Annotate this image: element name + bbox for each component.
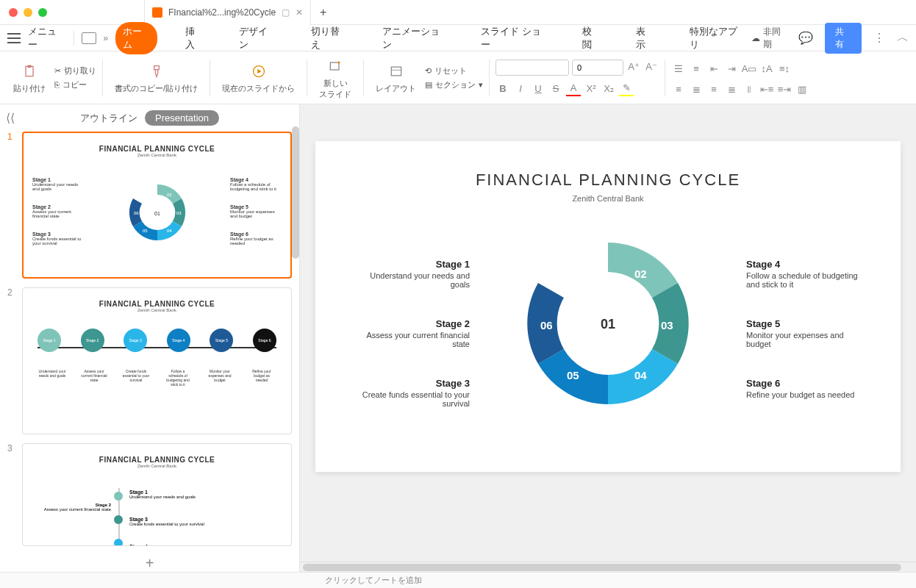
reset-icon: ⟲: [425, 66, 432, 76]
font-size-input[interactable]: [572, 60, 623, 76]
slide-thumbnail-1[interactable]: FINANCIAL PLANNING CYCLE Zenith Central …: [22, 132, 292, 279]
italic-button[interactable]: I: [513, 82, 528, 96]
svg-text:04: 04: [167, 229, 172, 233]
collapse-ribbon-icon[interactable]: ︿: [897, 30, 909, 46]
close-window-icon[interactable]: [9, 8, 18, 17]
align-center-button[interactable]: ≣: [689, 82, 704, 97]
horizontal-scrollbar[interactable]: [300, 562, 916, 572]
svg-text:01: 01: [154, 211, 160, 216]
distribute-button[interactable]: ⫴: [742, 82, 756, 97]
minimize-window-icon[interactable]: [24, 8, 32, 17]
tab-design[interactable]: デザイン: [232, 22, 282, 54]
indent-right-button[interactable]: ≡⇥: [777, 82, 792, 97]
font-family-input[interactable]: [495, 60, 569, 76]
decrease-indent-button[interactable]: ⇤: [706, 62, 721, 76]
highlight-button[interactable]: ✎: [619, 82, 634, 96]
ribbon-tabs: ホーム 挿入 デザイン 切り替え アニメーション スライド ショー 校閲 表示 …: [115, 22, 751, 54]
tab-review[interactable]: 校閲: [575, 22, 608, 54]
open-file-icon[interactable]: [82, 32, 96, 44]
presentation-tab[interactable]: Presentation: [145, 110, 219, 126]
cut-button[interactable]: ✂切り取り: [54, 65, 96, 76]
more-menu-icon[interactable]: ⋮: [873, 31, 885, 45]
donut-chart-thumb: 01 0203 0405 06: [121, 176, 194, 249]
new-slide-button[interactable]: 新しい スライド: [313, 56, 357, 100]
text-box-button[interactable]: A▭: [742, 62, 756, 76]
svg-text:03: 03: [176, 211, 182, 215]
slide-subtitle: Zenith Central Bank: [352, 194, 864, 203]
align-justify-button[interactable]: ≣: [724, 82, 739, 97]
thumb-number: 1: [7, 132, 18, 279]
decrease-font-icon[interactable]: A⁻: [644, 60, 659, 74]
numbering-button[interactable]: ≡: [689, 62, 704, 76]
collapse-panel-icon[interactable]: ⟨⟨: [6, 111, 15, 125]
paste-group[interactable]: 貼り付け: [7, 61, 51, 94]
tab-animation[interactable]: アニメーション: [375, 22, 454, 54]
underline-button[interactable]: U: [531, 82, 545, 96]
reset-button[interactable]: ⟲リセット: [425, 65, 483, 76]
tab-slideshow[interactable]: スライド ショー: [473, 22, 554, 54]
svg-text:06: 06: [540, 319, 553, 331]
document-tab-title: FInancial%2...ing%20Cycle: [168, 7, 276, 18]
indent-left-button[interactable]: ⇤≡: [759, 82, 774, 97]
superscript-button[interactable]: X²: [584, 82, 598, 96]
menu-button[interactable]: メニュー: [28, 25, 65, 51]
subscript-button[interactable]: X₂: [601, 82, 616, 96]
close-tab-icon[interactable]: ✕: [296, 7, 303, 18]
line-spacing-button[interactable]: ≡↕: [777, 62, 792, 76]
copy-icon: ⎘: [54, 80, 60, 89]
increase-font-icon[interactable]: A⁺: [626, 60, 641, 74]
share-button[interactable]: 共有: [825, 23, 862, 54]
document-tab[interactable]: FInancial%2...ing%20Cycle ▢ ✕: [144, 0, 311, 25]
copy-button[interactable]: ⎘コピー: [54, 79, 96, 90]
svg-text:02: 02: [167, 193, 172, 197]
bold-button[interactable]: B: [495, 82, 510, 96]
more-quick-icon[interactable]: »: [104, 33, 109, 43]
svg-text:03: 03: [661, 319, 673, 331]
sync-status[interactable]: ☁非同期: [751, 26, 787, 51]
slide-canvas[interactable]: FINANCIAL PLANNING CYCLE Zenith Central …: [315, 141, 901, 472]
add-slide-button[interactable]: +: [7, 555, 292, 572]
sidebar-scrollbar[interactable]: [292, 126, 299, 259]
format-painter-button[interactable]: 書式のコピー/貼り付け: [109, 61, 204, 94]
slide-title: FINANCIAL PLANNING CYCLE: [352, 171, 864, 190]
outline-tab[interactable]: アウトライン: [80, 112, 137, 125]
align-right-button[interactable]: ≡: [706, 82, 721, 97]
main-area: ⟨⟨ アウトライン Presentation 1 FINANCIAL PLANN…: [0, 104, 916, 572]
from-current-slide-button[interactable]: 現在のスライドから: [216, 61, 301, 94]
svg-text:04: 04: [634, 369, 647, 381]
tab-view[interactable]: 表示: [629, 22, 662, 54]
play-icon: [248, 61, 269, 82]
columns-button[interactable]: ▥: [795, 82, 809, 97]
slide-thumbnail-3[interactable]: FINANCIAL PLANNING CYCLE Zenith Central …: [22, 443, 292, 546]
tab-home[interactable]: ホーム: [115, 22, 157, 54]
tab-insert[interactable]: 挿入: [178, 22, 211, 54]
section-button[interactable]: ▤セクション ▾: [425, 79, 483, 90]
strikethrough-button[interactable]: S: [548, 82, 563, 96]
thumb-number: 2: [7, 287, 18, 434]
comment-icon[interactable]: 💬: [798, 31, 813, 45]
notes-placeholder[interactable]: クリックしてノートを追加: [325, 575, 422, 586]
tab-transition[interactable]: 切り替え: [304, 22, 354, 54]
font-color-button[interactable]: A: [566, 82, 581, 96]
align-left-button[interactable]: ≡: [671, 82, 686, 97]
text-direction-button[interactable]: ↕A: [759, 62, 774, 76]
stage-labels-left: Stage 1Understand your needs and goals S…: [352, 259, 470, 437]
brush-icon: [146, 61, 167, 82]
new-tab-button[interactable]: +: [311, 6, 335, 19]
slide-thumbnail-2[interactable]: FINANCIAL PLANNING CYCLE Zenith Central …: [22, 287, 292, 434]
wps-icon: [152, 7, 162, 18]
hamburger-icon[interactable]: [7, 33, 21, 43]
tab-special[interactable]: 特別なアプリ: [682, 22, 751, 54]
presentation-mode-icon[interactable]: ▢: [282, 7, 290, 18]
menubar: メニュー » ホーム 挿入 デザイン 切り替え アニメーション スライド ショー…: [0, 25, 916, 51]
svg-rect-0: [26, 66, 33, 76]
increase-indent-button[interactable]: ⇥: [724, 62, 739, 76]
layout-button[interactable]: レイアウト: [370, 61, 422, 94]
new-slide-icon: [325, 56, 346, 76]
bullets-button[interactable]: ☰: [671, 62, 686, 76]
scissors-icon: ✂: [54, 66, 61, 76]
maximize-window-icon[interactable]: [38, 8, 47, 17]
svg-text:01: 01: [601, 317, 615, 331]
stage-labels-right: Stage 4Follow a schedule of budgeting an…: [746, 259, 864, 429]
svg-rect-3: [330, 62, 339, 70]
